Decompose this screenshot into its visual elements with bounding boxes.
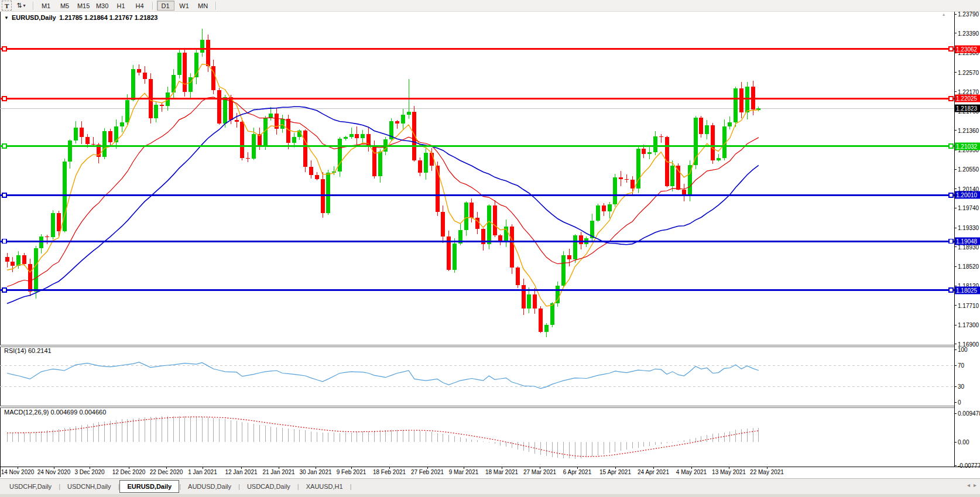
hline-price-label: 1.20010 bbox=[955, 191, 980, 199]
chart-title: ▼EURUSD,Daily 1.21785 1.21864 1.21767 1.… bbox=[4, 14, 157, 21]
date-tick-label: 27 Mar 2021 bbox=[523, 469, 556, 475]
date-tick-label: 15 Apr 2021 bbox=[599, 469, 631, 475]
date-tick-label: 22 Dec 2020 bbox=[150, 469, 183, 475]
top-toolbar: T ⇅ ▾ M1M5M15M30H1H4D1W1MN bbox=[0, 0, 980, 12]
chevron-down-icon: ▾ bbox=[23, 3, 26, 8]
chart-tab-xauusd[interactable]: XAUUSD,H1 bbox=[299, 481, 350, 492]
date-tick-label: 12 Jan 2021 bbox=[225, 469, 257, 475]
price-tick-label: 1.23790 bbox=[958, 11, 979, 18]
date-tick-label: 1 Jan 2021 bbox=[188, 469, 217, 475]
cursor-mode-button[interactable]: ⇅ ▾ bbox=[13, 1, 29, 11]
hline-price-label: 1.21032 bbox=[955, 142, 980, 150]
date-tick-label: 12 Dec 2020 bbox=[112, 469, 146, 475]
text-tool-button[interactable]: T bbox=[2, 1, 12, 11]
horizontal-line-handle bbox=[2, 97, 6, 101]
timeframe-button-h1[interactable]: H1 bbox=[112, 1, 130, 11]
tab-separator: | bbox=[350, 483, 352, 490]
hline-price-label: 1.23062 bbox=[955, 45, 980, 53]
date-tick-label: 9 Mar 2021 bbox=[449, 469, 479, 475]
mt4-terminal: T ⇅ ▾ M1M5M15M30H1H4D1W1MN ▼EURUSD,Daily… bbox=[0, 0, 980, 497]
date-tick-label: 9 Feb 2021 bbox=[337, 469, 366, 475]
horizontal-line-handle bbox=[949, 239, 953, 244]
hline-price-label: 1.19048 bbox=[955, 238, 980, 245]
date-tick-label: 21 Jan 2021 bbox=[262, 469, 294, 475]
date-tick-label: 14 Nov 2020 bbox=[1, 469, 35, 475]
chart-menu-arrow-icon[interactable]: ▼ bbox=[4, 15, 9, 20]
date-tick-label: 18 Mar 2021 bbox=[485, 469, 518, 475]
tab-scroll-right-icon[interactable]: ▸ bbox=[974, 482, 976, 488]
rsi-tick-label: 100 bbox=[958, 347, 968, 353]
price-tick-label: 1.21360 bbox=[958, 127, 979, 133]
macd-tick-label: -0.007778 bbox=[958, 462, 980, 469]
macd-tick-label: 0.00 bbox=[958, 439, 969, 445]
macd-tick-label: 0.009478 bbox=[958, 410, 980, 417]
horizontal-line-handle bbox=[2, 47, 6, 51]
date-tick-label: 24 Nov 2020 bbox=[37, 469, 71, 475]
timeframe-button-m15[interactable]: M15 bbox=[75, 1, 92, 11]
chart-tab-usdchf[interactable]: USDCHF,Daily bbox=[2, 481, 59, 492]
price-tick-label: 1.22570 bbox=[958, 69, 979, 76]
current-price-label: 1.21823 bbox=[955, 105, 980, 112]
date-tick-label: 22 May 2021 bbox=[750, 469, 784, 475]
timeframe-button-mn[interactable]: MN bbox=[194, 1, 212, 11]
horizontal-line-handle bbox=[2, 288, 6, 292]
toolbar-separator bbox=[215, 2, 217, 10]
timeframe-button-h4[interactable]: H4 bbox=[131, 1, 149, 11]
timeframe-button-m1[interactable]: M1 bbox=[37, 1, 55, 11]
toolbar-separator bbox=[33, 2, 34, 10]
price-tick-label: 1.22170 bbox=[958, 88, 979, 95]
horizontal-line-handle bbox=[949, 47, 953, 51]
rsi-tick-label: 70 bbox=[958, 362, 964, 369]
price-tick-label: 1.19330 bbox=[958, 225, 979, 231]
tab-scroll-left-icon[interactable]: ◂ bbox=[967, 482, 970, 488]
symbol-ohlc-text: EURUSD,Daily 1.21785 1.21864 1.21767 1.2… bbox=[12, 14, 158, 21]
chart-tab-usdcad[interactable]: USDCAD,Daily bbox=[240, 481, 297, 492]
scroll-up-icon[interactable]: ▴ bbox=[943, 12, 945, 17]
price-tick-label: 1.18520 bbox=[958, 263, 979, 270]
timeframe-button-m30[interactable]: M30 bbox=[94, 1, 111, 11]
price-tick-label: 1.17300 bbox=[958, 322, 979, 328]
chart-tab-audusd[interactable]: AUDUSD,Daily bbox=[181, 481, 238, 492]
date-tick-label: 24 Apr 2021 bbox=[638, 469, 669, 475]
horizontal-line-handle bbox=[2, 193, 6, 197]
horizontal-line-handle bbox=[949, 97, 953, 101]
rsi-tick-label: 30 bbox=[958, 383, 964, 390]
date-tick-label: 27 Feb 2021 bbox=[411, 469, 444, 475]
rsi-tick-label: 0 bbox=[958, 399, 961, 406]
chart-canvas[interactable] bbox=[0, 0, 980, 497]
hline-price-label: 1.22025 bbox=[955, 95, 980, 102]
date-tick-label: 3 Dec 2020 bbox=[74, 469, 104, 475]
rsi-label: RSI(14) 60.2141 bbox=[4, 347, 52, 354]
chart-tab-eurusd[interactable]: EURUSD,Daily bbox=[119, 480, 179, 493]
horizontal-line-handle bbox=[949, 288, 953, 292]
horizontal-line-handle bbox=[949, 193, 953, 197]
timeframe-button-d1[interactable]: D1 bbox=[157, 1, 174, 11]
date-tick-label: 6 Apr 2021 bbox=[563, 469, 591, 475]
price-tick-label: 1.19740 bbox=[958, 205, 979, 211]
price-tick-label: 1.20550 bbox=[958, 166, 979, 173]
timeframe-button-w1[interactable]: W1 bbox=[176, 1, 193, 11]
updown-arrows-icon: ⇅ bbox=[16, 2, 22, 9]
date-tick-label: 4 May 2021 bbox=[676, 469, 707, 475]
horizontal-line-handle bbox=[2, 239, 6, 244]
price-tick-label: 1.23390 bbox=[958, 30, 979, 36]
date-tick-label: 30 Jan 2021 bbox=[299, 469, 331, 475]
chart-tab-bar: USDCHF,Daily|USDCNH,Daily|EURUSD,Daily|A… bbox=[0, 478, 980, 494]
date-tick-label: 18 Feb 2021 bbox=[373, 469, 406, 475]
macd-label: MACD(12,26,9) 0.004699 0.004660 bbox=[4, 409, 106, 416]
timeframe-button-m5[interactable]: M5 bbox=[56, 1, 74, 11]
price-tick-label: 1.17710 bbox=[958, 302, 979, 309]
hline-price-label: 1.18025 bbox=[955, 286, 980, 294]
timeframe-toolbar: M1M5M15M30H1H4D1W1MN bbox=[37, 1, 220, 11]
chart-tab-usdcnh[interactable]: USDCNH,Daily bbox=[60, 481, 118, 492]
toolbar-separator bbox=[152, 2, 153, 10]
horizontal-line-handle bbox=[2, 144, 6, 148]
horizontal-line-handle bbox=[949, 144, 953, 148]
date-tick-label: 13 May 2021 bbox=[712, 469, 746, 475]
